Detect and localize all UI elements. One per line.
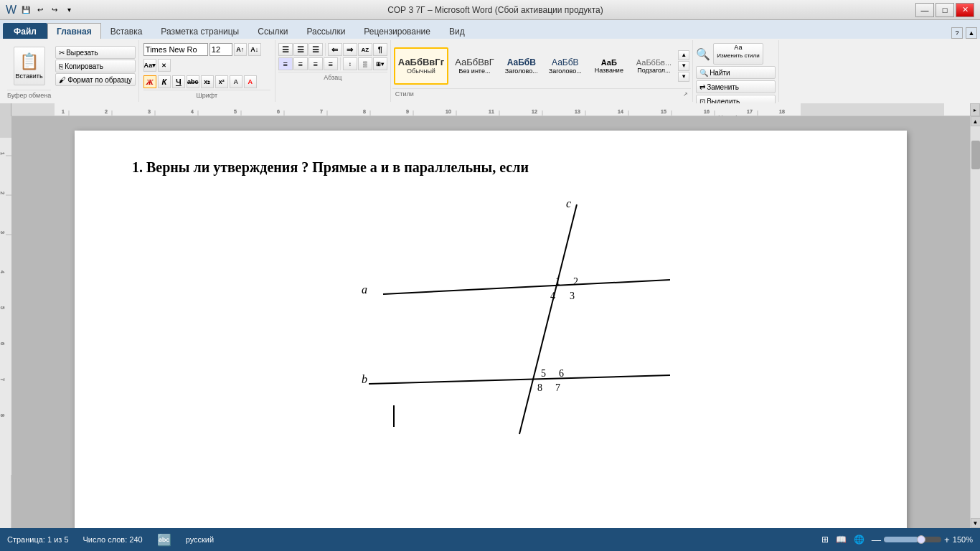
view-normal-btn[interactable]: ⊞ [821, 534, 829, 545]
style-normal[interactable]: АаБбВвГг Обычный [394, 47, 448, 85]
angle-5: 5 [541, 368, 546, 380]
show-marks-btn[interactable]: ¶ [373, 43, 387, 56]
svg-text:4: 4 [191, 109, 194, 114]
status-left: Страница: 1 из 5 Число слов: 240 🔤 русск… [7, 533, 214, 547]
view-reading-btn[interactable]: 📖 [836, 534, 847, 545]
align-center-btn[interactable]: ≡ [293, 57, 308, 70]
svg-line-52 [369, 375, 670, 384]
font-grow-btn[interactable]: A↑ [234, 43, 247, 56]
font-shrink-btn[interactable]: A↓ [248, 43, 261, 56]
tab-references[interactable]: Ссылки [248, 23, 297, 39]
svg-line-53 [519, 204, 577, 434]
align-left-btn[interactable]: ≡ [278, 57, 293, 70]
ribbon-collapse-btn[interactable]: ▲ [966, 27, 977, 39]
svg-text:5: 5 [234, 109, 237, 114]
ruler-right-btn[interactable]: ▸ [970, 103, 980, 116]
paste-button[interactable]: 📋 Вставить [14, 47, 45, 85]
minimize-btn[interactable]: — [915, 3, 934, 17]
style-subtitle[interactable]: АаБбБв... Подзагол... [632, 47, 676, 85]
style-heading1[interactable]: АаБбВ Заголово... [501, 47, 542, 85]
change-style-btn[interactable]: Аа Изменить стили [713, 43, 763, 65]
view-web-btn[interactable]: 🌐 [854, 534, 864, 545]
maximize-btn[interactable]: □ [936, 3, 954, 17]
angle-6: 6 [559, 368, 564, 380]
shading-btn[interactable]: ▒ [358, 57, 372, 70]
justify-btn[interactable]: ≡ [324, 57, 338, 70]
label-line-b: b [362, 373, 367, 386]
svg-line-51 [383, 280, 670, 294]
italic-btn[interactable]: К [158, 75, 171, 88]
copy-button[interactable]: ⎘ Копировать [55, 60, 136, 72]
strikethrough-btn[interactable]: abc [187, 75, 199, 88]
title-bar: W 💾 ↩ ↪ ▾ СОР 3 7Г – Microsoft Word (Сбо… [0, 0, 980, 20]
svg-text:13: 13 [575, 109, 580, 114]
multilevel-btn[interactable]: ☰ [308, 43, 323, 56]
save-quick-btn[interactable]: 💾 [19, 4, 32, 17]
style-heading2[interactable]: АаБбВ Заголово... [545, 47, 586, 85]
angle-8: 8 [537, 382, 542, 394]
styles-more[interactable]: ▾ [678, 72, 689, 82]
style-title[interactable]: АаБ Название [588, 47, 630, 85]
svg-text:2: 2 [105, 109, 108, 114]
svg-text:8: 8 [363, 109, 366, 114]
scroll-thumb[interactable] [971, 141, 980, 169]
quick-access-toolbar: 💾 ↩ ↪ ▾ [19, 4, 75, 17]
app-icon: W [6, 4, 17, 17]
font-size-input[interactable] [209, 43, 232, 56]
vertical-ruler: 1 2 3 4 5 6 7 8 [0, 116, 11, 528]
bullets-btn[interactable]: ☰ [278, 43, 293, 56]
tab-home[interactable]: Главная [47, 23, 101, 39]
styles-group: АаБбВвГг Обычный АаБбВвГ Без инте... АаБ… [391, 40, 693, 102]
decrease-indent-btn[interactable]: ⇐ [328, 43, 342, 56]
replace-button[interactable]: ⇄Заменить [696, 80, 776, 93]
tab-review[interactable]: Рецензирование [354, 23, 440, 39]
bold-btn[interactable]: Ж [143, 75, 156, 88]
highlight-btn[interactable]: А [230, 75, 242, 88]
geometry-diagram: a b c 1 2 3 4 5 6 7 8 [311, 190, 670, 448]
expand-styles-btn[interactable]: ↗ [683, 91, 688, 98]
subscript-btn[interactable]: x₂ [201, 75, 214, 88]
styles-scroll-down[interactable]: ▼ [678, 61, 689, 71]
tab-mailings[interactable]: Рассылки [297, 23, 354, 39]
font-color-btn[interactable]: А [244, 75, 257, 88]
scroll-up-btn[interactable]: ▲ [971, 116, 981, 126]
increase-indent-btn[interactable]: ⇒ [343, 43, 357, 56]
zoom-slider[interactable] [884, 537, 941, 542]
document-heading[interactable]: 1. Верны ли утверждения ? Прямые а и в п… [132, 159, 849, 176]
svg-text:8: 8 [0, 414, 5, 417]
tab-insert[interactable]: Вставка [101, 23, 152, 39]
main-area: 1 2 3 4 5 6 7 8 1. Верны ли утверждения … [0, 116, 980, 528]
format-painter-button[interactable]: 🖌 Формат по образцу [55, 73, 136, 86]
zoom-in-btn[interactable]: + [944, 534, 950, 545]
styles-scroll-up[interactable]: ▲ [678, 50, 689, 60]
cut-button[interactable]: ✂ Вырезать [55, 46, 136, 59]
customize-quick-btn[interactable]: ▾ [62, 4, 75, 17]
clear-format-btn[interactable]: ✕ [158, 59, 171, 72]
redo-quick-btn[interactable]: ↪ [48, 4, 61, 17]
angle-2: 2 [573, 276, 578, 288]
style-no-spacing[interactable]: АаБбВвГ Без инте... [451, 47, 499, 85]
case-btn[interactable]: Аа▾ [143, 59, 156, 72]
undo-quick-btn[interactable]: ↩ [34, 4, 47, 17]
svg-text:11: 11 [489, 109, 494, 114]
spell-check-icon[interactable]: 🔤 [157, 533, 171, 547]
sort-btn[interactable]: AZ [358, 43, 372, 56]
tab-file[interactable]: Файл [3, 23, 47, 39]
zoom-out-btn[interactable]: — [872, 534, 881, 545]
tab-page-layout[interactable]: Разметка страницы [151, 23, 248, 39]
tab-view[interactable]: Вид [440, 23, 474, 39]
close-btn[interactable]: ✕ [956, 3, 974, 17]
font-name-input[interactable] [143, 43, 208, 56]
window-controls: — □ ✕ [915, 3, 974, 17]
superscript-btn[interactable]: x² [215, 75, 228, 88]
numbering-btn[interactable]: ☰ [293, 43, 308, 56]
ribbon-help-btn[interactable]: ? [951, 27, 963, 39]
zoom-level: 150% [953, 535, 973, 544]
align-right-btn[interactable]: ≡ [308, 57, 323, 70]
borders-btn[interactable]: ⊞▾ [373, 57, 387, 70]
status-right: ⊞ 📖 🌐 — + 150% [821, 534, 973, 545]
line-spacing-btn[interactable]: ↕ [343, 57, 357, 70]
scroll-down-btn[interactable]: ▼ [971, 518, 981, 528]
find-button[interactable]: 🔍Найти [696, 66, 776, 79]
underline-btn[interactable]: Ч [172, 75, 185, 88]
